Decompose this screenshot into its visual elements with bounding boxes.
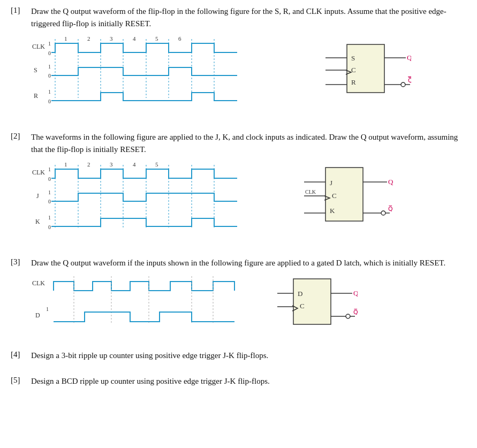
svg-rect-80 [293, 279, 331, 324]
svg-text:S: S [34, 66, 37, 74]
q1-waveform: CLK 1 0 1 2 3 4 5 [31, 34, 309, 119]
svg-text:2: 2 [87, 161, 90, 168]
q3-text: Draw the Q output waveform if the inputs… [31, 257, 466, 269]
q3-content: Draw the Q output waveform if the inputs… [31, 257, 466, 338]
svg-text:0: 0 [48, 73, 51, 79]
question-1: [1] Draw the Q output waveform of the fl… [11, 5, 466, 119]
question-3: [3] Draw the Q output waveform if the in… [11, 257, 466, 338]
q3-flipflop: D C Q Q̅ [277, 274, 358, 332]
q3-waveform: CLK D 1 [31, 274, 261, 338]
question-4: [4] Design a 3-bit ripple up counter usi… [11, 350, 466, 364]
svg-point-65 [381, 211, 385, 215]
svg-text:6: 6 [178, 35, 181, 42]
q3-diagram: CLK D 1 D [31, 274, 466, 338]
svg-text:J: J [36, 192, 39, 200]
svg-text:1: 1 [48, 64, 51, 70]
svg-text:1: 1 [48, 41, 51, 47]
svg-text:Q: Q [353, 289, 358, 297]
q2-text: The waveforms in the following figure ar… [31, 131, 466, 155]
q2-flipflop: J C K Q Q̅ CLK [304, 160, 395, 234]
q5-content: Design a BCD ripple up counter using pos… [31, 375, 466, 390]
svg-text:R: R [351, 78, 356, 86]
svg-text:5: 5 [155, 35, 158, 42]
svg-text:3: 3 [110, 161, 113, 168]
q4-text: Design a 3-bit ripple up counter using p… [31, 350, 466, 362]
svg-text:CLK: CLK [305, 189, 316, 195]
svg-text:C: C [332, 192, 337, 200]
svg-text:Q̅: Q̅ [408, 77, 411, 83]
svg-point-30 [401, 82, 405, 87]
svg-text:Q̅: Q̅ [388, 206, 393, 212]
svg-text:1: 1 [64, 35, 67, 42]
svg-text:0: 0 [48, 98, 51, 104]
q4-content: Design a 3-bit ripple up counter using p… [31, 350, 466, 364]
svg-text:J: J [330, 179, 332, 187]
svg-text:1: 1 [48, 189, 51, 195]
svg-text:D: D [35, 312, 40, 319]
svg-text:CLK: CLK [32, 279, 45, 287]
q2-number: [2] [11, 131, 31, 141]
svg-text:Q: Q [388, 178, 393, 186]
svg-point-86 [346, 314, 350, 318]
q1-flipflop: S C R Q Q̅ [325, 34, 411, 103]
q2-waveform: CLK 1 0 1 2 3 4 5 [31, 160, 288, 245]
svg-text:K: K [330, 207, 335, 215]
svg-text:D: D [298, 290, 302, 298]
svg-text:1: 1 [48, 89, 51, 95]
svg-text:C: C [300, 302, 305, 310]
svg-text:Q̅: Q̅ [353, 309, 358, 315]
question-2: [2] The waveforms in the following figur… [11, 131, 466, 245]
question-5: [5] Design a BCD ripple up counter using… [11, 375, 466, 390]
svg-text:0: 0 [48, 199, 51, 204]
q1-diagram: CLK 1 0 1 2 3 4 5 [31, 34, 466, 119]
svg-text:CLK: CLK [32, 169, 45, 176]
svg-text:C: C [351, 66, 356, 74]
q1-number: [1] [11, 5, 31, 15]
q3-number: [3] [11, 257, 31, 267]
q5-number: [5] [11, 375, 31, 385]
svg-text:4: 4 [133, 161, 136, 168]
svg-text:0: 0 [48, 176, 51, 182]
svg-text:1: 1 [64, 161, 67, 168]
svg-text:CLK: CLK [32, 43, 45, 50]
svg-text:0: 0 [48, 224, 51, 230]
svg-text:3: 3 [110, 35, 113, 42]
svg-text:5: 5 [155, 161, 158, 168]
svg-text:K: K [35, 218, 40, 225]
svg-text:Q: Q [407, 54, 411, 62]
q2-content: The waveforms in the following figure ar… [31, 131, 466, 245]
svg-text:S: S [351, 54, 355, 62]
svg-text:4: 4 [133, 35, 136, 42]
q1-content: Draw the Q output waveform of the flip-f… [31, 5, 466, 119]
q1-text: Draw the Q output waveform of the flip-f… [31, 5, 466, 29]
q2-diagram: CLK 1 0 1 2 3 4 5 [31, 160, 466, 245]
svg-text:2: 2 [87, 35, 90, 42]
q5-text: Design a BCD ripple up counter using pos… [31, 375, 466, 388]
svg-text:0: 0 [48, 50, 51, 56]
svg-text:R: R [34, 92, 38, 100]
q4-number: [4] [11, 350, 31, 359]
svg-text:1: 1 [46, 306, 49, 312]
svg-text:1: 1 [48, 166, 51, 172]
svg-text:1: 1 [48, 215, 51, 221]
